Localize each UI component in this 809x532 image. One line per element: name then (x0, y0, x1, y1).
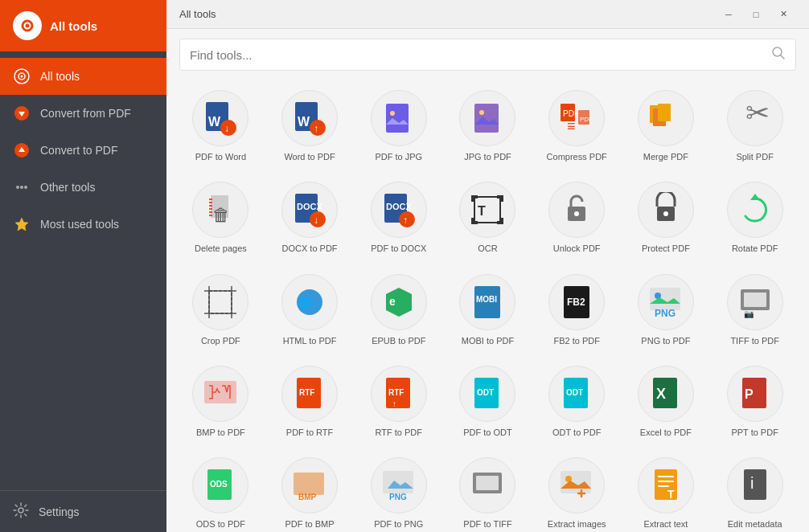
tool-item-epub-to-pdf[interactable]: eEPUB to PDF (357, 268, 440, 353)
search-icon (771, 46, 786, 63)
svg-text:🌐: 🌐 (298, 297, 312, 310)
sidebar-item-all-tools[interactable]: All tools (0, 58, 166, 95)
svg-text:ODT: ODT (566, 388, 583, 397)
tool-item-unlock-pdf[interactable]: Unlock PDF (536, 175, 618, 260)
tool-item-html-to-pdf[interactable]: 🌐HTML to PDF (269, 268, 351, 353)
tool-item-extract-images[interactable]: Extract images (536, 451, 618, 532)
tool-item-pdf-to-png[interactable]: PNGPDF to PNG (357, 451, 440, 532)
svg-point-14 (18, 508, 23, 513)
settings-item[interactable]: Settings (13, 502, 154, 521)
tool-label-ppt-to-pdf: PPT to PDF (731, 427, 778, 438)
sidebar-item-convert-to-pdf[interactable]: Convert to PDF (0, 132, 166, 169)
svg-rect-114 (658, 476, 674, 477)
tool-item-ocr[interactable]: TOCR (446, 175, 529, 260)
sidebar-logo: All tools (0, 0, 166, 51)
tool-item-edit-metadata[interactable]: iEdit metadata (713, 451, 796, 532)
tool-item-excel-to-pdf[interactable]: XExcel to PDF (625, 359, 708, 444)
search-input[interactable] (190, 48, 765, 62)
window-controls: ─ □ ✕ (716, 3, 796, 26)
maximize-button[interactable]: □ (743, 3, 769, 26)
tool-label-pdf-to-jpg: PDF to JPG (375, 151, 422, 162)
sidebar-item-all-tools-label: All tools (40, 70, 80, 83)
tool-item-pdf-to-word[interactable]: W↓PDF to Word (179, 84, 262, 169)
tool-item-pdf-to-bmp[interactable]: BMPPDF to BMP (269, 451, 351, 532)
search-bar (179, 39, 796, 71)
tool-item-protect-pdf[interactable]: Protect PDF (625, 175, 708, 260)
tool-label-word-to-pdf: Word to PDF (284, 151, 335, 162)
svg-point-66 (574, 211, 579, 216)
sidebar-item-convert-from-pdf[interactable]: Convert from PDF (0, 95, 166, 132)
tool-item-png-to-pdf[interactable]: PNGPNG to PDF (625, 268, 708, 353)
tool-item-crop-pdf[interactable]: Crop PDF (179, 268, 262, 353)
tool-item-pdf-to-jpg[interactable]: PDF to JPG (357, 84, 440, 169)
tool-label-pdf-to-odt: PDF to ODT (463, 427, 512, 438)
close-button[interactable]: ✕ (770, 3, 796, 26)
tool-item-split-pdf[interactable]: ✂Split PDF (713, 84, 796, 169)
svg-text:BMP: BMP (298, 493, 317, 501)
tool-icon-split-pdf: ✂ (727, 90, 783, 146)
tool-icon-ocr: T (459, 182, 515, 238)
svg-text:RTF: RTF (388, 388, 404, 397)
svg-text:RTF: RTF (299, 388, 314, 397)
tool-item-extract-text[interactable]: TExtract text (625, 451, 708, 532)
svg-rect-59 (500, 195, 503, 202)
svg-rect-40 (209, 198, 212, 200)
tool-item-delete-pages[interactable]: 🗑Delete pages (179, 175, 262, 260)
tool-item-merge-pdf[interactable]: Merge PDF (625, 84, 708, 169)
tool-icon-mobi-to-pdf: MOBI (459, 274, 515, 330)
tool-item-rtf-to-pdf[interactable]: RTF↑RTF to PDF (357, 359, 440, 444)
minimize-button[interactable]: ─ (716, 3, 741, 26)
tool-item-fb2-to-pdf[interactable]: FB2FB2 to PDF (536, 268, 618, 353)
sidebar-item-most-used-tools[interactable]: Most used tools (0, 206, 166, 243)
svg-line-16 (781, 55, 785, 59)
tool-label-pdf-to-word: PDF to Word (195, 151, 246, 162)
svg-text:i: i (750, 474, 754, 492)
svg-text:PNG: PNG (389, 493, 407, 501)
tool-icon-odt-to-pdf: ODT (548, 366, 605, 422)
svg-text:🗑: 🗑 (212, 205, 230, 225)
svg-text:W: W (208, 115, 221, 129)
tool-item-bmp-to-pdf[interactable]: BMP to PDF (179, 359, 262, 444)
sidebar-item-other-tools[interactable]: Other tools (0, 169, 166, 206)
tool-label-extract-images: Extract images (548, 518, 606, 530)
tool-label-rtf-to-pdf: RTF to PDF (376, 427, 422, 438)
svg-rect-37 (658, 104, 671, 121)
tool-item-rotate-pdf[interactable]: Rotate PDF (713, 175, 796, 260)
tool-icon-rotate-pdf (727, 182, 783, 238)
tool-item-mobi-to-pdf[interactable]: MOBIMOBI to PDF (446, 268, 529, 353)
tool-item-docx-to-pdf[interactable]: DOCX↓DOCX to PDF (269, 175, 351, 260)
tool-item-tiff-to-pdf[interactable]: 📷TIFF to PDF (713, 268, 796, 353)
tool-label-pdf-to-docx: PDF to DOCX (371, 243, 426, 254)
tool-icon-pdf-to-odt: ODT (459, 366, 515, 422)
svg-text:↑: ↑ (403, 215, 408, 226)
tool-label-pdf-to-rtf: PDF to RTF (286, 427, 333, 438)
svg-text:ODT: ODT (477, 388, 494, 397)
tool-icon-jpg-to-pdf (459, 90, 515, 146)
svg-rect-105 (294, 473, 324, 495)
svg-rect-41 (209, 202, 212, 203)
tool-label-bmp-to-pdf: BMP to PDF (196, 427, 245, 438)
svg-rect-115 (658, 481, 674, 482)
convert-from-pdf-icon (13, 104, 31, 122)
tool-item-jpg-to-pdf[interactable]: JPG to PDF (446, 84, 529, 169)
most-used-tools-icon (13, 215, 31, 233)
tool-item-odt-to-pdf[interactable]: ODTODT to PDF (536, 359, 618, 444)
all-tools-icon (13, 68, 31, 85)
svg-point-68 (663, 211, 668, 216)
tool-item-word-to-pdf[interactable]: W↑Word to PDF (269, 84, 351, 169)
tool-item-pdf-to-docx[interactable]: DOCX↑PDF to DOCX (357, 175, 440, 260)
tool-label-protect-pdf: Protect PDF (642, 243, 690, 254)
tool-item-ods-to-pdf[interactable]: ODSODS to PDF (179, 451, 262, 532)
tool-item-compress-pdf[interactable]: PDFPDF≡Compress PDF (536, 84, 618, 169)
tool-label-docx-to-pdf: DOCX to PDF (282, 243, 338, 254)
tool-item-ppt-to-pdf[interactable]: PPPT to PDF (713, 359, 796, 444)
tool-item-pdf-to-tiff[interactable]: PDF to TIFF (446, 451, 529, 532)
svg-text:↑: ↑ (392, 399, 396, 408)
tool-item-pdf-to-odt[interactable]: ODTPDF to ODT (446, 359, 529, 444)
tool-label-split-pdf: Split PDF (736, 151, 773, 162)
svg-text:PDF: PDF (563, 109, 579, 118)
titlebar: All tools ─ □ ✕ (166, 0, 809, 29)
tool-label-merge-pdf: Merge PDF (643, 151, 688, 162)
tool-item-pdf-to-rtf[interactable]: RTFPDF to RTF (269, 359, 351, 444)
tool-label-fb2-to-pdf: FB2 to PDF (553, 335, 599, 346)
